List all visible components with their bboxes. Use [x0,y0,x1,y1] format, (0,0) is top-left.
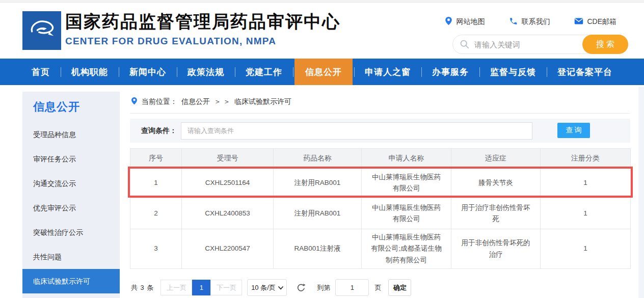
cell-reg-category: 1 [541,168,631,198]
sidebar-item-clinical-trial-implied-license[interactable]: 临床试验默示许可 [22,269,120,293]
cell-indication: 膝骨关节炎 [451,168,541,198]
sitemap-label: 网站地图 [456,17,485,26]
prev-page-button[interactable]: 上一页 [160,280,192,295]
nav-item-home[interactable]: 首页 [22,59,59,85]
nav-item-party[interactable]: 党建工作 [236,59,291,85]
nav-item-applicant-window[interactable]: 申请人之窗 [356,59,420,85]
nav-divider [354,67,355,77]
contact-label: 联系我们 [521,17,550,26]
cell-drug-name: RAB001注射液 [274,229,362,269]
search-icon [460,39,470,51]
page: 国家药品监督管理局药品审评中心 CENTER FOR DRUG EVALUATI… [0,0,644,298]
cell-reg-category: 1 [541,198,631,229]
page-size-select[interactable]: 10 条/页 [247,279,287,296]
cell-applicant: 中山莱博瑞辰生物医药有限公司 [362,198,451,229]
cell-indication: 用于非创伤性骨坏死的治疗 [451,229,541,269]
mail-label: CDE邮箱 [587,17,616,26]
query-label: 查询条件： [141,126,177,136]
cell-seq: 2 [130,198,182,229]
cell-acceptance-no: CXHL2400853 [182,198,274,229]
nav-divider [61,67,61,77]
table-row: 2 CXHL2400853 注射用RAB001 中山莱博瑞辰生物医药有限公司 用… [130,198,631,229]
query-bar: 查询条件： 查询 [130,119,630,143]
goto-page-input[interactable] [335,279,369,296]
nav-divider [421,67,422,77]
breadcrumb-separator: ＞ ＞ [214,97,230,106]
nav-item-registration-platform[interactable]: 登记备案平台 [548,59,622,85]
breadcrumb-prefix: 当前位置： [142,97,177,106]
cell-reg-category: 1 [541,229,631,269]
refresh-icon[interactable] [297,283,306,292]
nav-item-policy[interactable]: 政策法规 [178,59,233,85]
breadcrumb-current: 临床试验默示许可 [234,97,291,106]
nav-divider [479,67,480,77]
breadcrumb-section-link[interactable]: 信息公开 [181,97,210,106]
page-number-button[interactable]: 1 [192,280,210,295]
nav-divider [177,67,177,77]
main-nav: 首页 机构职能 新闻中心 政策法规 党建工作 信息公开 申请人之窗 办事服务 监… [0,59,644,85]
search-button[interactable]: 搜索 [582,35,628,54]
cell-applicant: 中山莱博瑞辰生物医药有限公司 [362,168,451,198]
nav-item-supervision[interactable]: 监督与反馈 [481,59,545,85]
top-strip [0,0,644,3]
cell-drug-name: 注射用RAB001 [274,168,362,198]
sidebar-item-priority-review[interactable]: 优先审评公示 [22,196,120,220]
nav-divider [235,67,235,77]
nav-item-services[interactable]: 办事服务 [423,59,478,85]
col-header-seq: 序号 [130,149,182,168]
col-header-acceptance-no: 受理号 [182,149,274,168]
col-header-indication: 适应症 [451,149,541,168]
chevron-down-icon [278,284,283,291]
envelope-icon [574,17,583,26]
cell-acceptance-no: CXHL2501164 [182,168,274,198]
nav-divider [119,67,119,77]
contact-link[interactable]: 联系我们 [509,17,550,27]
col-header-reg-category: 注册分类 [541,149,631,168]
site-header: 国家药品监督管理局药品审评中心 CENTER FOR DRUG EVALUATI… [0,3,644,59]
next-page-button[interactable]: 下一页 [210,280,242,295]
cde-logo[interactable] [22,11,61,50]
col-header-applicant: 申请人名称 [362,149,451,168]
main-content: 当前位置：信息公开 ＞ ＞ 临床试验默示许可 查询条件： 查询 序号 受理号 药… [130,93,630,296]
cell-acceptance-no: CXHL2200547 [182,229,274,269]
nav-divider [293,67,293,77]
total-count: 共 3 条 [131,283,154,292]
cell-applicant: 中山莱博瑞辰生物医药有限公司;成都圣诺生物制药有限公司 [362,229,451,269]
search-bar: 搜索 [452,35,628,54]
breadcrumb: 当前位置：信息公开 ＞ ＞ 临床试验默示许可 [130,93,630,114]
sidebar-title: 信息公开 [22,92,120,122]
sidebar-item-review-tasks[interactable]: 审评任务公示 [22,147,120,171]
header-links: 网站地图 联系我们 CDE邮箱 [445,16,616,27]
results-table-wrap: 序号 受理号 药品名称 申请人名称 适应症 注册分类 1 CXHL2501164… [130,148,630,269]
table-row: 1 CXHL2501164 注射用RAB001 中山莱博瑞辰生物医药有限公司 膝… [130,168,631,198]
nav-item-news[interactable]: 新闻中心 [120,59,175,85]
query-input[interactable] [181,122,532,140]
results-table: 序号 受理号 药品名称 申请人名称 适应症 注册分类 1 CXHL2501164… [130,148,631,269]
page-unit-label: 页 [374,283,381,292]
sitemap-link[interactable]: 网站地图 [445,16,485,27]
cell-drug-name: 注射用RAB001 [274,198,362,229]
page-size-value: 10 条/页 [251,283,276,292]
table-header-row: 序号 受理号 药品名称 申请人名称 适应症 注册分类 [130,149,631,168]
query-button[interactable]: 查询 [557,123,590,138]
goto-page-label: 到第 [317,283,330,292]
sidebar-item-common-issues[interactable]: 共性问题 [22,245,120,269]
cell-seq: 1 [130,168,182,198]
cell-indication: 用于治疗非创伤性骨坏死 [451,198,541,229]
pagination: 共 3 条 上一页 1 下一页 10 条/页 到第 页 确定 [130,279,630,296]
page-buttons: 上一页 1 下一页 [160,280,242,295]
confirm-button[interactable]: 确定 [388,279,411,296]
breadcrumb-pin-icon [131,97,138,106]
sidebar-item-communication[interactable]: 沟通交流公示 [22,171,120,196]
mail-link[interactable]: CDE邮箱 [574,17,616,26]
scrollbar-track[interactable] [638,87,644,298]
sidebar: 信息公开 受理品种信息 审评任务公示 沟通交流公示 优先审评公示 突破性治疗公示… [22,92,120,298]
phone-icon [509,17,518,27]
nav-item-functions[interactable]: 机构职能 [62,59,117,85]
location-pin-icon [445,16,452,27]
sidebar-item-accepted-varieties[interactable]: 受理品种信息 [22,122,120,147]
table-row: 3 CXHL2200547 RAB001注射液 中山莱博瑞辰生物医药有限公司;成… [130,229,631,269]
site-title-block: 国家药品监督管理局药品审评中心 CENTER FOR DRUG EVALUATI… [65,11,340,47]
sidebar-item-breakthrough-therapy[interactable]: 突破性治疗公示 [22,220,120,245]
nav-item-info-disclosure[interactable]: 信息公开 [294,59,353,85]
